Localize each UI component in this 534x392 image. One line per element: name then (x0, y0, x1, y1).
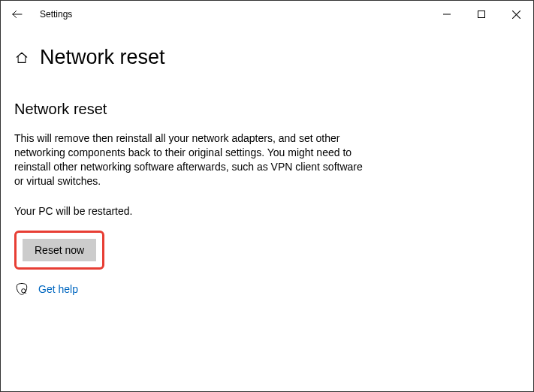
svg-line-5 (25, 292, 26, 294)
arrow-left-icon (11, 8, 24, 21)
minimize-icon (443, 11, 451, 18)
content-area: Network reset Network reset This will re… (1, 46, 533, 297)
page-title: Network reset (40, 46, 165, 69)
close-button[interactable] (499, 1, 533, 28)
app-title: Settings (40, 9, 72, 20)
page-header: Network reset (14, 46, 520, 69)
window-controls (430, 1, 533, 28)
section-heading: Network reset (14, 101, 520, 118)
get-help-link[interactable]: Get help (38, 283, 78, 295)
maximize-icon (478, 11, 485, 18)
svg-rect-1 (478, 11, 485, 18)
back-button[interactable] (8, 5, 26, 23)
svg-point-4 (22, 288, 26, 292)
restart-note: Your PC will be restarted. (14, 205, 520, 217)
maximize-button[interactable] (464, 1, 499, 28)
highlight-box: Reset now (14, 231, 104, 270)
help-icon (14, 282, 29, 297)
title-bar: Settings (1, 1, 533, 28)
close-icon (512, 11, 520, 19)
home-icon[interactable] (14, 50, 29, 65)
reset-now-button[interactable]: Reset now (23, 239, 96, 261)
help-row: Get help (14, 282, 520, 297)
description-text: This will remove then reinstall all your… (14, 131, 367, 188)
minimize-button[interactable] (430, 1, 464, 28)
